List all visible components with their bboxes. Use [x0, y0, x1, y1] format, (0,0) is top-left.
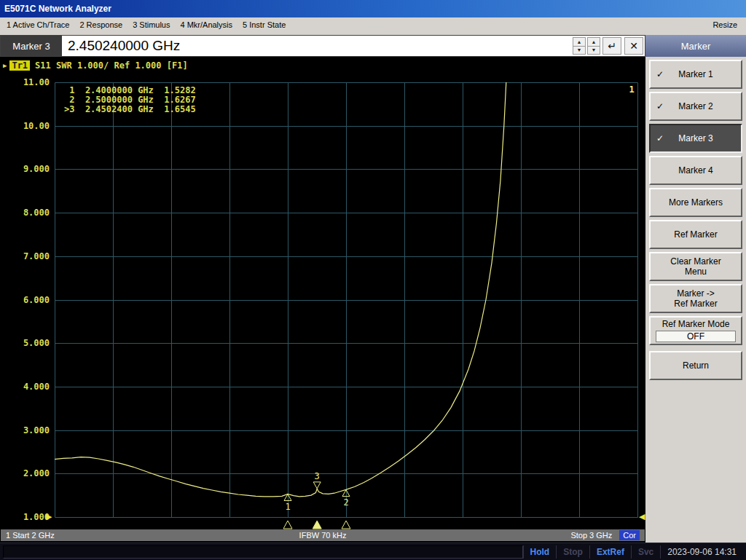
softkey-label: Marker 4 [678, 165, 712, 176]
softkey-label: More Markers [669, 197, 723, 208]
spin-down-icon[interactable]: ▼ [573, 47, 585, 55]
ref-level-right-icon: ◀ [639, 513, 645, 521]
status-datetime: 2023-09-06 14:31 [660, 545, 743, 559]
softkey-marker-4[interactable]: Marker 4 [649, 156, 742, 185]
softkey-marker-3[interactable]: ✓ Marker 3 [649, 124, 742, 153]
window-title: E5071C Network Analyzer [4, 4, 111, 14]
menu-resize[interactable]: Resize [705, 19, 745, 31]
svg-text:1: 1 [629, 84, 634, 95]
chart-panel: ▶ Tr1 S11 SWR 1.000/ Ref 1.000 [F1] 11.0… [0, 57, 645, 543]
ref-level-left-icon: ▶ [46, 513, 52, 521]
trace-label: Tr1 [9, 60, 30, 71]
y-axis-tick-label: 10.00 [3, 121, 50, 131]
entry-field-label: Marker 3 [1, 36, 62, 56]
close-icon[interactable]: ✕ [624, 37, 643, 55]
y-axis-tick-label: 2.000 [3, 468, 50, 478]
status-svc: Svc [631, 545, 660, 559]
menu-mkr-analysis[interactable]: 4 Mkr/Analysis [175, 19, 237, 31]
y-axis-tick-label: 7.000 [3, 251, 50, 261]
y-axis-tick-label: 5.000 [3, 338, 50, 348]
channel-status-bar: 1 Start 2 GHz IFBW 70 kHz Stop 3 GHz Cor [1, 529, 645, 541]
check-icon: ✓ [656, 101, 664, 111]
marker-entry-bar: Marker 3 ▲ ▼ ▲ ▼ ↵ ✕ [0, 35, 645, 57]
active-channel-icon: ▶ [3, 62, 7, 69]
softkey-label: Return [683, 360, 709, 371]
softkey-ref-marker-mode[interactable]: Ref Marker Mode OFF [649, 316, 742, 345]
softkey-label: Ref Marker [674, 229, 717, 240]
spin-down-icon[interactable]: ▼ [588, 47, 600, 55]
softkey-label: Ref Marker [674, 299, 717, 309]
stop-frequency-label: Stop 3 GHz [570, 531, 612, 540]
stepper-fine: ▲ ▼ [587, 37, 600, 55]
system-status-bar: Hold Stop ExtRef Svc 2023-09-06 14:31 [0, 543, 746, 560]
swr-chart: 1231 [55, 82, 638, 529]
softkey-label: Marker -> [677, 288, 715, 299]
y-axis-tick-label: 6.000 [3, 295, 50, 305]
status-stop: Stop [556, 545, 589, 559]
menu-response[interactable]: 2 Response [74, 19, 127, 31]
softkey-return[interactable]: Return [649, 351, 742, 380]
marker-readout-table: 1 2.4000000 GHz 1.5282 2 2.5000000 GHz 1… [64, 86, 196, 114]
softkey-menu-title: Marker [645, 35, 746, 57]
correction-badge: Cor [619, 530, 640, 540]
menu-bar: 1 Active Ch/Trace 2 Response 3 Stimulus … [0, 17, 746, 32]
status-message-field [3, 545, 523, 559]
softkey-value: OFF [656, 331, 736, 342]
svg-text:1: 1 [285, 502, 290, 512]
e5071c-screen: E5071C Network Analyzer 1 Active Ch/Trac… [0, 0, 746, 560]
softkey-marker-2[interactable]: ✓ Marker 2 [649, 92, 742, 121]
status-extref: ExtRef [589, 545, 631, 559]
spin-up-icon[interactable]: ▲ [573, 38, 585, 47]
softkey-sidebar: ✓ Marker 1 ✓ Marker 2 ✓ Marker 3 Marker … [645, 57, 746, 543]
y-axis-tick-label: 1.000 [3, 512, 50, 522]
menu-active-ch-trace[interactable]: 1 Active Ch/Trace [1, 19, 74, 31]
svg-text:3: 3 [315, 471, 320, 481]
softkey-more-markers[interactable]: More Markers [649, 188, 742, 217]
check-icon: ✓ [656, 69, 664, 79]
y-axis-tick-label: 11.00 [3, 77, 50, 87]
softkey-label: Clear Marker [670, 256, 721, 267]
menu-stimulus[interactable]: 3 Stimulus [127, 19, 175, 31]
status-hold: Hold [523, 545, 557, 559]
softkey-label: Menu [685, 267, 707, 277]
y-axis-tick-label: 4.000 [3, 382, 50, 392]
softkey-label: Marker 3 [678, 133, 712, 143]
svg-text:2: 2 [343, 497, 348, 508]
marker-readout-row: >3 2.4502400 GHz 1.6545 [64, 105, 196, 114]
softkey-label: Ref Marker Mode [662, 319, 730, 329]
softkey-marker-to-ref-marker[interactable]: Marker -> Ref Marker [649, 284, 742, 313]
softkey-marker-1[interactable]: ✓ Marker 1 [649, 60, 742, 89]
softkey-ref-marker[interactable]: Ref Marker [649, 220, 742, 249]
trace-header: ▶ Tr1 S11 SWR 1.000/ Ref 1.000 [F1] [3, 60, 188, 71]
softkey-clear-marker-menu[interactable]: Clear Marker Menu [649, 252, 742, 281]
ifbw-label: IFBW 70 kHz [299, 531, 347, 540]
trace-info: S11 SWR 1.000/ Ref 1.000 [F1] [35, 60, 188, 71]
stepper-coarse: ▲ ▼ [573, 37, 586, 55]
y-axis-tick-label: 3.000 [3, 425, 50, 435]
content-area: ▶ Tr1 S11 SWR 1.000/ Ref 1.000 [F1] 11.0… [0, 57, 746, 543]
menu-instr-state[interactable]: 5 Instr State [237, 19, 291, 31]
entry-row: Marker 3 ▲ ▼ ▲ ▼ ↵ ✕ Marker [0, 35, 746, 57]
marker-frequency-input[interactable] [62, 36, 572, 56]
softkey-label: Marker 1 [678, 69, 712, 79]
y-axis-tick-label: 8.000 [3, 208, 50, 218]
title-bar: E5071C Network Analyzer [0, 0, 746, 17]
y-axis-tick-label: 9.000 [3, 164, 50, 174]
enter-icon[interactable]: ↵ [602, 37, 621, 55]
softkey-label: Marker 2 [678, 101, 712, 111]
check-icon: ✓ [656, 133, 664, 143]
spin-up-icon[interactable]: ▲ [588, 38, 600, 47]
start-frequency-label: 1 Start 2 GHz [6, 531, 55, 540]
